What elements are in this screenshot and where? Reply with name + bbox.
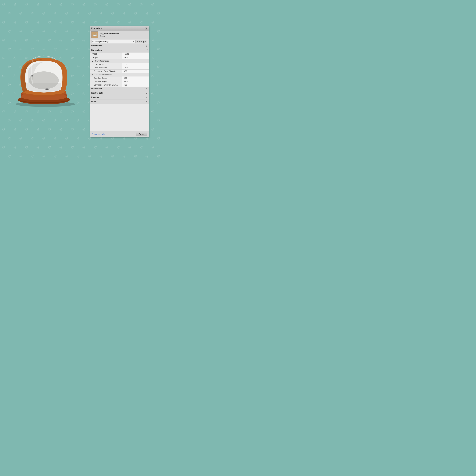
prop-label-overflow-height: Overflow Height: [90, 80, 122, 83]
prop-label-connector-overflow-diameter: Connector - Overflow Diam...: [90, 83, 122, 87]
prop-label-drain-y-position: Drain Y Position: [90, 66, 122, 70]
prop-value-drain-radius[interactable]: 2.00: [122, 63, 149, 66]
table-row: Height 80.00: [90, 56, 149, 59]
edit-type-icon: ⊞: [137, 41, 138, 43]
panel-titlebar: Properties ✕: [90, 26, 149, 31]
section-mechanical-label: Mechanical: [91, 87, 102, 90]
prop-label-drain-radius: Drain Radius: [90, 63, 122, 66]
item-name: RD_Bathtub Pedestal: [100, 33, 119, 35]
panel-title: Properties: [91, 27, 102, 30]
empty-row: [90, 104, 149, 131]
table-row: Overflow Radius 3.00: [90, 76, 149, 80]
table-row: Width 180.00: [90, 52, 149, 56]
item-icon: 🛁: [91, 31, 98, 38]
properties-table: Constraints « Dimensions ˆ Width 180.00: [90, 44, 149, 131]
drain-dimensions-arrow-icon: ▶: [92, 60, 93, 62]
subsection-drain-dimensions: ▶ Drain Dimensions: [90, 59, 149, 63]
section-constraints-label: Constraints: [91, 45, 102, 47]
svg-point-8: [46, 89, 48, 90]
table-row: Drain Radius 2.00: [90, 63, 149, 66]
section-mechanical: Mechanical «: [90, 87, 149, 91]
section-phasing: Phasing «: [90, 95, 149, 100]
section-constraints-toggle[interactable]: «: [146, 45, 147, 47]
prop-value-overflow-radius[interactable]: 3.00: [122, 76, 149, 80]
prop-value-overflow-height[interactable]: 55.00: [122, 80, 149, 83]
bathtub-illustration: [6, 42, 89, 110]
subsection-overflow-dimensions: ▶ Overflow Dimensions: [90, 73, 149, 76]
prop-value-drain-y-position[interactable]: 13.00: [122, 66, 149, 70]
prop-value-connector-overflow-diameter[interactable]: 4.00: [122, 83, 149, 87]
overflow-dimensions-label: Overflow Dimensions: [94, 74, 112, 76]
dropdown-arrow-icon: ▼: [133, 41, 135, 42]
prop-value-height[interactable]: 80.00: [122, 56, 149, 59]
prop-value-width[interactable]: 180.00: [122, 52, 149, 56]
prop-label-connector-drain-diameter: Connector - Drain Diameter: [90, 70, 122, 73]
table-row: Connector - Drain Diameter 3.00: [90, 70, 149, 73]
section-other: Other «: [90, 100, 149, 104]
prop-label-overflow-radius: Overflow Radius: [90, 76, 122, 80]
instance-dropdown[interactable]: Plumbing Fixtures (1): [91, 40, 135, 43]
section-phasing-toggle[interactable]: «: [146, 96, 147, 99]
table-row: Overflow Height 55.00: [90, 80, 149, 83]
properties-help-link[interactable]: Properties help: [92, 133, 104, 135]
drain-dimensions-label: Drain Dimensions: [94, 60, 109, 62]
section-identity-data-label: Identity Data: [91, 92, 103, 94]
prop-label-height: Height: [90, 56, 122, 59]
instance-dropdown-row: Plumbing Fixtures (1) ▼ ⊞ Edit Type: [90, 39, 149, 44]
edit-type-button[interactable]: ⊞ Edit Type: [135, 40, 147, 43]
panel-close-button[interactable]: ✕: [145, 27, 147, 30]
edit-type-label: Edit Type: [139, 40, 146, 43]
section-dimensions-toggle[interactable]: ˆ: [147, 49, 147, 52]
table-row: Connector - Overflow Diam... 4.00: [90, 83, 149, 87]
properties-content: Constraints « Dimensions ˆ Width 180.00: [90, 44, 149, 131]
prop-label-width: Width: [90, 52, 122, 56]
table-row: Drain Y Position 13.00: [90, 66, 149, 70]
section-constraints: Constraints «: [90, 44, 149, 48]
properties-panel: Properties ✕ 🛁 RD_Bathtub Pedestal Bronz…: [90, 26, 149, 137]
section-dimensions-label: Dimensions: [91, 49, 102, 51]
section-identity-data-toggle[interactable]: «: [146, 92, 147, 94]
prop-value-connector-drain-diameter[interactable]: 3.00: [122, 70, 149, 73]
section-other-toggle[interactable]: «: [146, 101, 147, 103]
overflow-dimensions-arrow-icon: ▶: [92, 74, 93, 76]
section-phasing-label: Phasing: [91, 96, 99, 98]
section-identity-data: Identity Data «: [90, 91, 149, 95]
section-other-label: Other: [91, 101, 97, 103]
item-subtype: Bronze: [100, 35, 119, 37]
panel-footer: Properties help Apply: [90, 131, 149, 137]
panel-header: 🛁 RD_Bathtub Pedestal Bronze: [90, 31, 149, 39]
svg-point-4: [29, 71, 59, 89]
section-mechanical-toggle[interactable]: «: [146, 87, 147, 90]
apply-button[interactable]: Apply: [136, 132, 147, 136]
item-info: RD_Bathtub Pedestal Bronze: [100, 33, 119, 37]
section-dimensions: Dimensions ˆ: [90, 48, 149, 52]
